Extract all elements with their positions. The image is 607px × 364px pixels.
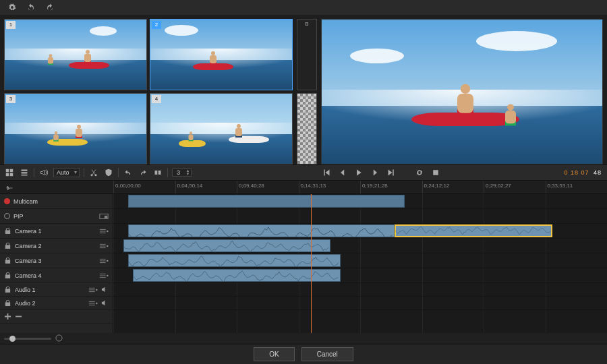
clip[interactable]: [395, 224, 552, 237]
snap-icon[interactable]: [152, 167, 163, 178]
svg-rect-20: [16, 316, 22, 317]
zoom-row: [0, 333, 607, 344]
track-opts-icon[interactable]: [99, 243, 109, 249]
playhead[interactable]: [311, 194, 312, 333]
zoom-thumb[interactable]: [9, 336, 16, 342]
track-lanes[interactable]: 1343: [113, 194, 607, 333]
svg-rect-1: [10, 169, 13, 173]
undo-icon[interactable]: [123, 167, 134, 178]
redo-icon[interactable]: [138, 167, 148, 178]
multicam-editor: 1 2 3 4 B 0: [0, 0, 607, 364]
view-grid-icon[interactable]: [4, 167, 15, 178]
pip-indicator-icon: [4, 213, 10, 219]
clip[interactable]: [128, 254, 341, 267]
svg-rect-5: [22, 172, 28, 173]
loop-icon[interactable]: [414, 167, 425, 178]
camera-badge: 4: [152, 95, 161, 103]
track-header-cam1[interactable]: Camera 1: [0, 224, 113, 239]
speaker-icon[interactable]: [101, 286, 109, 293]
svg-rect-6: [22, 175, 28, 176]
ok-button[interactable]: OK: [254, 347, 294, 361]
ruler-ticks: 0;00;00;000;04;50;140;09;40;280;14;31;13…: [113, 181, 607, 193]
auto-select[interactable]: Auto: [53, 168, 80, 177]
play-icon[interactable]: [353, 167, 364, 178]
track-header-multicam[interactable]: Multicam: [0, 194, 113, 209]
track-opts-icon[interactable]: [99, 228, 109, 235]
camera-badge: 3: [6, 95, 16, 103]
track-header-pip[interactable]: PIP: [0, 209, 113, 224]
lock-icon[interactable]: [4, 272, 11, 279]
camera-2-preview[interactable]: 2: [150, 19, 293, 90]
shield-icon[interactable]: [103, 167, 114, 178]
chip-alpha[interactable]: 0: [297, 93, 317, 164]
track-header-cam4[interactable]: Camera 4: [0, 268, 113, 283]
track-headers: Multicam PIP Camera 1 Camera 2 Camera 3 …: [0, 194, 113, 333]
svg-point-7: [90, 174, 92, 176]
timeline: 0;00;00;000;04;50;140;09;40;280;14;31;13…: [0, 181, 607, 344]
view-library-icon[interactable]: [19, 167, 30, 178]
camera-badge: 1: [6, 21, 16, 29]
svg-rect-9: [154, 171, 157, 175]
cut-icon[interactable]: [88, 167, 99, 178]
svg-point-14: [107, 230, 109, 232]
stop-icon[interactable]: [430, 167, 441, 178]
redo-icon[interactable]: [45, 2, 55, 13]
track-header-audio1[interactable]: Audio 1: [0, 283, 113, 297]
track-header-audio2[interactable]: Audio 2: [0, 297, 113, 310]
lock-icon[interactable]: [4, 299, 11, 307]
track-opts-icon[interactable]: [99, 257, 109, 264]
camera-1-preview[interactable]: 1: [4, 19, 147, 90]
track-header-cam3[interactable]: Camera 3: [0, 253, 113, 268]
svg-rect-13: [105, 216, 107, 218]
svg-point-17: [107, 274, 109, 276]
add-track-icon[interactable]: [4, 313, 11, 320]
track-opts-icon[interactable]: [88, 300, 98, 307]
camera-4-preview[interactable]: 4: [150, 93, 293, 164]
track-count-spinner[interactable]: ▲▼: [172, 169, 192, 177]
waveform-toggle-icon[interactable]: [4, 183, 15, 193]
clip[interactable]: [128, 224, 395, 237]
clip[interactable]: 1343: [128, 195, 405, 208]
track-header-cam2[interactable]: Camera 2: [0, 239, 113, 253]
svg-rect-10: [158, 171, 161, 175]
svg-rect-4: [22, 170, 28, 171]
step-back-icon[interactable]: [337, 167, 348, 178]
svg-point-19: [96, 302, 98, 304]
camera-3-preview[interactable]: 3: [4, 93, 147, 164]
time-ruler[interactable]: 0;00;00;000;04;50;140;09;40;280;14;31;13…: [0, 181, 607, 194]
pip-opts-icon[interactable]: [99, 213, 109, 220]
speaker-icon[interactable]: [101, 299, 109, 307]
svg-point-18: [96, 289, 98, 291]
svg-point-16: [107, 260, 109, 262]
tracks-area: Multicam PIP Camera 1 Camera 2 Camera 3 …: [0, 194, 607, 333]
svg-point-8: [94, 174, 96, 176]
volume-icon[interactable]: [38, 167, 49, 178]
clip[interactable]: [123, 239, 330, 252]
go-start-icon[interactable]: [321, 167, 332, 178]
zoom-slider[interactable]: [4, 338, 51, 340]
track-opts-icon[interactable]: [88, 286, 98, 293]
cancel-button[interactable]: Cancel: [301, 347, 353, 361]
go-end-icon[interactable]: [386, 167, 397, 178]
main-preview[interactable]: [321, 19, 603, 164]
lock-icon[interactable]: [4, 227, 11, 235]
preview-area: 1 2 3 4 B 0: [0, 15, 607, 164]
spinner-input[interactable]: [173, 169, 185, 176]
track-opts-icon[interactable]: [99, 272, 109, 279]
record-indicator-icon: [4, 198, 10, 204]
chip-b[interactable]: B: [297, 19, 317, 90]
step-fwd-icon[interactable]: [370, 167, 380, 178]
svg-rect-0: [6, 169, 9, 173]
track-header-add: [0, 310, 113, 324]
svg-point-15: [107, 245, 109, 247]
lock-icon[interactable]: [4, 257, 11, 264]
camera-badge: 2: [152, 21, 161, 29]
fit-icon[interactable]: [55, 334, 63, 343]
lock-icon[interactable]: [4, 286, 11, 293]
lock-icon[interactable]: [4, 242, 11, 249]
clip[interactable]: [133, 269, 340, 282]
settings-gear-icon[interactable]: [7, 2, 18, 13]
remove-track-icon[interactable]: [15, 313, 22, 320]
undo-icon[interactable]: [26, 2, 36, 13]
top-toolbar: [0, 0, 607, 15]
